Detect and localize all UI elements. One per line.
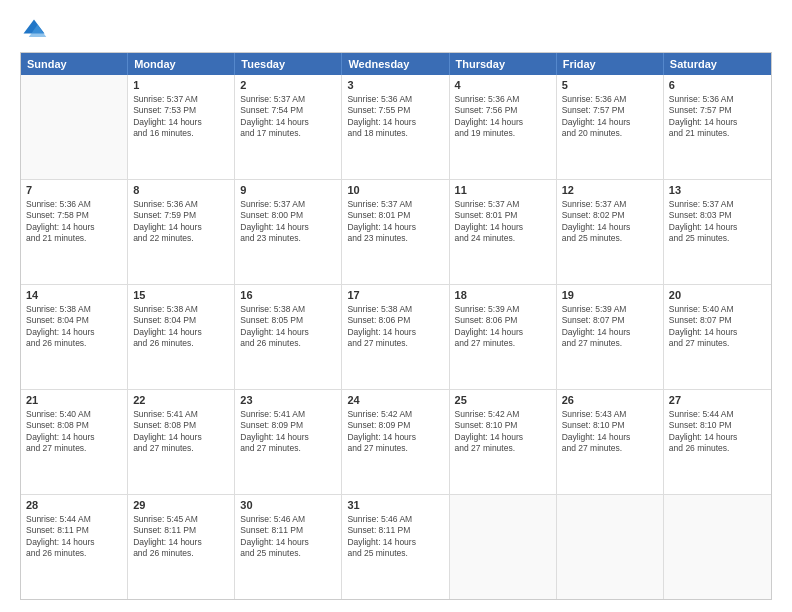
day-cell-18: 18Sunrise: 5:39 AM Sunset: 8:06 PM Dayli…: [450, 285, 557, 389]
day-info: Sunrise: 5:37 AM Sunset: 8:01 PM Dayligh…: [347, 199, 443, 245]
day-info: Sunrise: 5:46 AM Sunset: 8:11 PM Dayligh…: [240, 514, 336, 560]
day-info: Sunrise: 5:40 AM Sunset: 8:07 PM Dayligh…: [669, 304, 766, 350]
calendar-row-1: 1Sunrise: 5:37 AM Sunset: 7:53 PM Daylig…: [21, 75, 771, 179]
day-cell-10: 10Sunrise: 5:37 AM Sunset: 8:01 PM Dayli…: [342, 180, 449, 284]
day-info: Sunrise: 5:41 AM Sunset: 8:08 PM Dayligh…: [133, 409, 229, 455]
day-info: Sunrise: 5:36 AM Sunset: 7:57 PM Dayligh…: [669, 94, 766, 140]
day-cell-17: 17Sunrise: 5:38 AM Sunset: 8:06 PM Dayli…: [342, 285, 449, 389]
day-number: 18: [455, 288, 551, 303]
day-cell-28: 28Sunrise: 5:44 AM Sunset: 8:11 PM Dayli…: [21, 495, 128, 599]
day-info: Sunrise: 5:37 AM Sunset: 7:54 PM Dayligh…: [240, 94, 336, 140]
day-cell-27: 27Sunrise: 5:44 AM Sunset: 8:10 PM Dayli…: [664, 390, 771, 494]
day-info: Sunrise: 5:36 AM Sunset: 7:59 PM Dayligh…: [133, 199, 229, 245]
day-cell-24: 24Sunrise: 5:42 AM Sunset: 8:09 PM Dayli…: [342, 390, 449, 494]
day-cell-11: 11Sunrise: 5:37 AM Sunset: 8:01 PM Dayli…: [450, 180, 557, 284]
day-number: 31: [347, 498, 443, 513]
day-number: 27: [669, 393, 766, 408]
day-cell-25: 25Sunrise: 5:42 AM Sunset: 8:10 PM Dayli…: [450, 390, 557, 494]
day-info: Sunrise: 5:39 AM Sunset: 8:07 PM Dayligh…: [562, 304, 658, 350]
header-day-friday: Friday: [557, 53, 664, 75]
empty-cell: [21, 75, 128, 179]
calendar-row-5: 28Sunrise: 5:44 AM Sunset: 8:11 PM Dayli…: [21, 494, 771, 599]
header-day-sunday: Sunday: [21, 53, 128, 75]
day-info: Sunrise: 5:37 AM Sunset: 8:00 PM Dayligh…: [240, 199, 336, 245]
calendar: SundayMondayTuesdayWednesdayThursdayFrid…: [20, 52, 772, 600]
day-number: 29: [133, 498, 229, 513]
calendar-body: 1Sunrise: 5:37 AM Sunset: 7:53 PM Daylig…: [21, 75, 771, 599]
empty-cell: [557, 495, 664, 599]
day-number: 23: [240, 393, 336, 408]
day-info: Sunrise: 5:38 AM Sunset: 8:06 PM Dayligh…: [347, 304, 443, 350]
day-cell-29: 29Sunrise: 5:45 AM Sunset: 8:11 PM Dayli…: [128, 495, 235, 599]
calendar-row-3: 14Sunrise: 5:38 AM Sunset: 8:04 PM Dayli…: [21, 284, 771, 389]
day-number: 6: [669, 78, 766, 93]
day-number: 25: [455, 393, 551, 408]
header-day-thursday: Thursday: [450, 53, 557, 75]
day-info: Sunrise: 5:37 AM Sunset: 7:53 PM Dayligh…: [133, 94, 229, 140]
day-number: 5: [562, 78, 658, 93]
day-number: 7: [26, 183, 122, 198]
page: SundayMondayTuesdayWednesdayThursdayFrid…: [0, 0, 792, 612]
day-info: Sunrise: 5:40 AM Sunset: 8:08 PM Dayligh…: [26, 409, 122, 455]
day-cell-12: 12Sunrise: 5:37 AM Sunset: 8:02 PM Dayli…: [557, 180, 664, 284]
empty-cell: [664, 495, 771, 599]
day-number: 15: [133, 288, 229, 303]
day-number: 3: [347, 78, 443, 93]
day-cell-5: 5Sunrise: 5:36 AM Sunset: 7:57 PM Daylig…: [557, 75, 664, 179]
day-cell-8: 8Sunrise: 5:36 AM Sunset: 7:59 PM Daylig…: [128, 180, 235, 284]
day-info: Sunrise: 5:43 AM Sunset: 8:10 PM Dayligh…: [562, 409, 658, 455]
day-number: 11: [455, 183, 551, 198]
day-number: 9: [240, 183, 336, 198]
day-cell-15: 15Sunrise: 5:38 AM Sunset: 8:04 PM Dayli…: [128, 285, 235, 389]
day-cell-7: 7Sunrise: 5:36 AM Sunset: 7:58 PM Daylig…: [21, 180, 128, 284]
day-number: 1: [133, 78, 229, 93]
empty-cell: [450, 495, 557, 599]
day-info: Sunrise: 5:36 AM Sunset: 7:58 PM Dayligh…: [26, 199, 122, 245]
day-number: 13: [669, 183, 766, 198]
header-day-saturday: Saturday: [664, 53, 771, 75]
day-cell-4: 4Sunrise: 5:36 AM Sunset: 7:56 PM Daylig…: [450, 75, 557, 179]
header: [20, 16, 772, 44]
day-info: Sunrise: 5:44 AM Sunset: 8:11 PM Dayligh…: [26, 514, 122, 560]
day-cell-23: 23Sunrise: 5:41 AM Sunset: 8:09 PM Dayli…: [235, 390, 342, 494]
day-cell-1: 1Sunrise: 5:37 AM Sunset: 7:53 PM Daylig…: [128, 75, 235, 179]
day-number: 19: [562, 288, 658, 303]
logo: [20, 16, 52, 44]
day-cell-16: 16Sunrise: 5:38 AM Sunset: 8:05 PM Dayli…: [235, 285, 342, 389]
day-info: Sunrise: 5:36 AM Sunset: 7:57 PM Dayligh…: [562, 94, 658, 140]
day-number: 2: [240, 78, 336, 93]
day-info: Sunrise: 5:41 AM Sunset: 8:09 PM Dayligh…: [240, 409, 336, 455]
day-info: Sunrise: 5:44 AM Sunset: 8:10 PM Dayligh…: [669, 409, 766, 455]
day-cell-3: 3Sunrise: 5:36 AM Sunset: 7:55 PM Daylig…: [342, 75, 449, 179]
header-day-wednesday: Wednesday: [342, 53, 449, 75]
day-number: 26: [562, 393, 658, 408]
day-number: 24: [347, 393, 443, 408]
day-number: 10: [347, 183, 443, 198]
day-number: 21: [26, 393, 122, 408]
day-info: Sunrise: 5:42 AM Sunset: 8:10 PM Dayligh…: [455, 409, 551, 455]
day-number: 4: [455, 78, 551, 93]
calendar-row-2: 7Sunrise: 5:36 AM Sunset: 7:58 PM Daylig…: [21, 179, 771, 284]
day-cell-21: 21Sunrise: 5:40 AM Sunset: 8:08 PM Dayli…: [21, 390, 128, 494]
day-info: Sunrise: 5:36 AM Sunset: 7:55 PM Dayligh…: [347, 94, 443, 140]
day-number: 28: [26, 498, 122, 513]
day-cell-2: 2Sunrise: 5:37 AM Sunset: 7:54 PM Daylig…: [235, 75, 342, 179]
day-info: Sunrise: 5:46 AM Sunset: 8:11 PM Dayligh…: [347, 514, 443, 560]
day-info: Sunrise: 5:42 AM Sunset: 8:09 PM Dayligh…: [347, 409, 443, 455]
day-cell-30: 30Sunrise: 5:46 AM Sunset: 8:11 PM Dayli…: [235, 495, 342, 599]
day-number: 8: [133, 183, 229, 198]
day-info: Sunrise: 5:39 AM Sunset: 8:06 PM Dayligh…: [455, 304, 551, 350]
day-number: 16: [240, 288, 336, 303]
logo-icon: [20, 16, 48, 44]
calendar-row-4: 21Sunrise: 5:40 AM Sunset: 8:08 PM Dayli…: [21, 389, 771, 494]
day-cell-6: 6Sunrise: 5:36 AM Sunset: 7:57 PM Daylig…: [664, 75, 771, 179]
day-number: 20: [669, 288, 766, 303]
day-number: 14: [26, 288, 122, 303]
day-cell-20: 20Sunrise: 5:40 AM Sunset: 8:07 PM Dayli…: [664, 285, 771, 389]
day-info: Sunrise: 5:38 AM Sunset: 8:04 PM Dayligh…: [26, 304, 122, 350]
day-cell-26: 26Sunrise: 5:43 AM Sunset: 8:10 PM Dayli…: [557, 390, 664, 494]
day-number: 30: [240, 498, 336, 513]
day-info: Sunrise: 5:36 AM Sunset: 7:56 PM Dayligh…: [455, 94, 551, 140]
day-cell-13: 13Sunrise: 5:37 AM Sunset: 8:03 PM Dayli…: [664, 180, 771, 284]
day-number: 17: [347, 288, 443, 303]
